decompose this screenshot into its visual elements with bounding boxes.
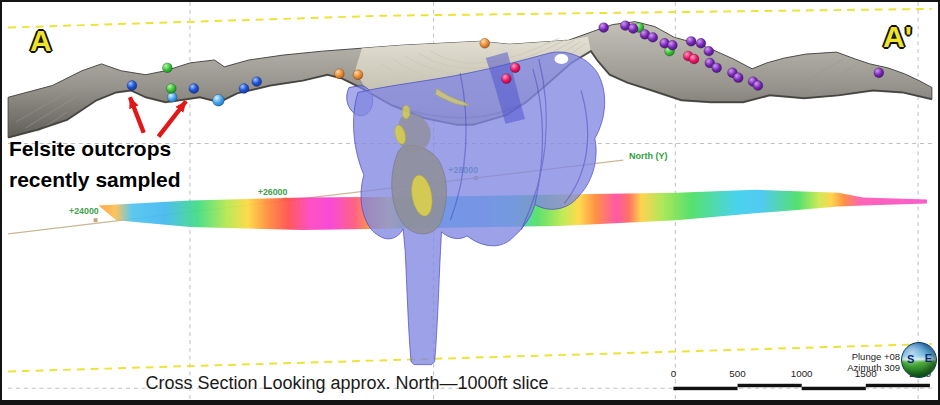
sample-point-blue bbox=[189, 84, 199, 94]
felsite-annotation-line2: recently sampled bbox=[9, 164, 181, 195]
scale-bar-segment bbox=[802, 387, 866, 390]
sample-point-green bbox=[166, 84, 176, 94]
slice-boundary-top bbox=[8, 9, 932, 28]
sample-point-purple bbox=[668, 40, 678, 50]
sample-point-purple bbox=[874, 68, 884, 78]
north-axis-label: North (Y) bbox=[629, 151, 668, 161]
annotation-arrow bbox=[158, 101, 186, 136]
axis-tick-mark bbox=[94, 218, 98, 222]
felsite-annotation: Felsite outcrops recently sampled bbox=[9, 133, 181, 195]
sample-point-blue bbox=[252, 77, 262, 87]
scale-bar-tick-label: 1000 bbox=[791, 368, 813, 379]
scale-bar-segment bbox=[673, 387, 737, 390]
scale-bar-tick-label: 500 bbox=[729, 368, 746, 379]
sample-point-purple bbox=[628, 24, 638, 34]
slice-boundary-bottom bbox=[8, 344, 932, 372]
sample-point-purple bbox=[686, 36, 696, 46]
annotation-arrow bbox=[130, 97, 144, 132]
sample-point-purple bbox=[733, 73, 743, 83]
sample-point-purple bbox=[753, 81, 763, 91]
figure-caption: Cross Section Looking approx. North—1000… bbox=[112, 373, 582, 394]
scale-bar-segment bbox=[738, 384, 802, 387]
annotation-arrows bbox=[130, 97, 186, 136]
azimuth-value: Azimuth 309 bbox=[820, 362, 900, 373]
section-label-a-prime: A' bbox=[883, 20, 912, 54]
sample-point-blue bbox=[239, 84, 249, 94]
orientation-globe-icon[interactable]: S E bbox=[901, 342, 937, 378]
axis-tick-label: +24000 bbox=[69, 206, 99, 216]
sample-point-pink bbox=[510, 63, 520, 73]
felsite-gap bbox=[555, 54, 569, 64]
sample-point-pink bbox=[501, 74, 511, 84]
sample-point-lightblue bbox=[213, 94, 225, 106]
scale-bar-tick-label: 0 bbox=[671, 368, 677, 379]
plunge-value: Plunge +08 bbox=[820, 351, 900, 362]
sample-point-purple bbox=[599, 23, 609, 33]
globe-east-letter: E bbox=[925, 352, 932, 364]
sample-point-purple bbox=[704, 46, 714, 56]
sample-point-orange bbox=[353, 70, 363, 80]
cross-section-scene: +24000+26000+28000 bbox=[2, 2, 938, 400]
axis-tick-label: +26000 bbox=[258, 187, 288, 197]
sample-point-blue bbox=[127, 81, 137, 91]
globe-south-letter: S bbox=[907, 353, 914, 365]
sample-point-orange bbox=[334, 69, 344, 79]
sample-point-lightblue bbox=[167, 92, 177, 102]
sample-point-green bbox=[162, 63, 172, 73]
sample-point-pink bbox=[689, 54, 699, 64]
viewport-frame: +24000+26000+28000 bbox=[0, 0, 940, 405]
section-label-a: A bbox=[30, 24, 52, 58]
sample-point-purple bbox=[712, 63, 722, 73]
felsite-annotation-line1: Felsite outcrops bbox=[9, 133, 181, 164]
sample-point-orange bbox=[480, 38, 490, 48]
sample-point-purple bbox=[648, 32, 658, 42]
scale-bar-segment bbox=[866, 384, 930, 387]
view-orientation-info: Plunge +08 Azimuth 309 bbox=[820, 351, 900, 373]
sample-point-purple bbox=[696, 38, 706, 48]
